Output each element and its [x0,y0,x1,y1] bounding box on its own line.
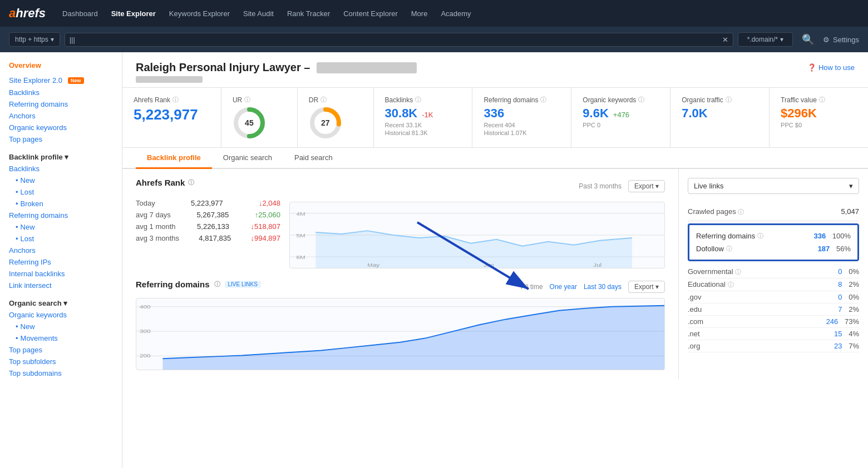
protocol-dropdown[interactable]: http + https ▾ [9,32,60,47]
search-bar: http + https ▾ ||| ✕ *.domain/* ▾ 🔍 ⚙ Se… [0,27,868,52]
nav-site-audit[interactable]: Site Audit [238,7,279,20]
sidebar-bl-backlinks[interactable]: Backlinks [0,163,122,175]
alltime-label: All time [521,283,542,291]
ahrefs-rank-section: Ahrefs Rank ⓘ Past 3 months Export ▾ [136,178,665,268]
info-icon-org-kw: ⓘ [638,96,644,104]
domain-row-edu: .edu 7 2% [688,303,859,316]
search-button[interactable]: 🔍 [797,31,818,48]
sidebar-top-pages[interactable]: Top pages [0,133,122,145]
domain-row-governmental: Governmental ⓘ 0 0% [688,266,859,278]
sidebar-internal-backlinks[interactable]: Internal backlinks [0,268,122,280]
info-icon-ref-domains: ⓘ [540,96,546,104]
rank-chart-wrap: 4M 5M 6M May Jun Jul [289,197,665,268]
sidebar-link-intersect[interactable]: Link intersect [0,280,122,291]
domain-row-com: .com 246 73% [688,316,859,328]
svg-text:400: 400 [140,303,151,310]
sidebar-ref-lost[interactable]: • Lost [0,233,122,245]
metric-dr: DR ⓘ 27 [298,88,374,147]
nav-keywords-explorer[interactable]: Keywords Explorer [164,7,235,20]
sidebar-backlink-profile[interactable]: Backlink profile ▾ [0,150,122,163]
nav-academy[interactable]: Academy [435,7,476,20]
live-links-badge: LIVE LINKS [225,281,261,288]
backlinks-value: 30.8K [385,106,418,121]
live-links-dropdown[interactable]: Live links ▾ [688,178,859,194]
sidebar-ref-new[interactable]: • New [0,221,122,233]
tabs-row: Backlink profile Organic search Paid sea… [122,148,868,169]
sidebar-referring-ips[interactable]: Referring IPs [0,256,122,268]
new-badge: New [68,77,84,84]
info-icon-traffic-val: ⓘ [819,96,825,104]
sidebar: Overview Site Explorer 2.0 New Backlinks… [0,52,122,468]
clear-icon[interactable]: ✕ [722,36,728,44]
dr-donut: 27 [309,106,342,140]
organic-traffic-value: 7.0K [682,106,758,121]
organic-kw-change: +476 [613,111,629,119]
chevron-down-icon: ▾ [849,182,853,190]
rank-row-3months: avg 3 months 4,817,835 ↓994,897 [136,232,280,244]
export-button[interactable]: Export ▾ [628,180,665,192]
sidebar-anchors2[interactable]: Anchors [0,245,122,256]
info-icon-crawled: ⓘ [738,208,744,215]
sidebar-bl-broken[interactable]: • Broken [0,198,122,210]
main-grid: Ahrefs Rank ⓘ Past 3 months Export ▾ [122,169,868,379]
ref-export-button[interactable]: Export ▾ [628,281,665,293]
mode-dropdown[interactable]: *.domain/* ▾ [738,32,793,47]
svg-marker-10 [315,231,632,268]
sidebar-organic-keywords[interactable]: Organic keywords [0,122,122,133]
last30-filter[interactable]: Last 30 days [584,283,622,291]
sidebar-top-subfolders[interactable]: Top subfolders [0,356,122,367]
svg-text:300: 300 [140,328,151,334]
page-url [136,75,855,83]
tab-backlink-profile[interactable]: Backlink profile [136,148,212,169]
nav-site-explorer[interactable]: Site Explorer [106,7,161,20]
ur-donut: 45 [233,106,266,140]
sidebar-top-pages2[interactable]: Top pages [0,344,122,356]
ref-domains-chart-section: Referring domains ⓘ LIVE LINKS All time … [136,280,665,370]
how-to-use[interactable]: ❓ How to use [807,63,855,72]
ref-domains-main-row: Referring domains ⓘ 336 100% [696,230,851,242]
content: Raleigh Personal Injury Lawyer – ❓ How t… [122,52,868,468]
one-year-filter[interactable]: One year [550,283,577,291]
sidebar-backlinks[interactable]: Backlinks [0,87,122,98]
settings-button[interactable]: ⚙ Settings [823,36,859,44]
metric-backlinks: Backlinks ⓘ 30.8K -1K Recent 33.1K Histo… [374,88,473,147]
svg-text:4M: 4M [297,210,305,216]
info-icon-backlinks: ⓘ [415,96,421,104]
sidebar-bl-lost[interactable]: • Lost [0,186,122,198]
sidebar-organic-search[interactable]: Organic search ▾ [0,296,122,309]
organic-kw-value: 9.6K [583,106,608,121]
backlinks-change: -1K [422,111,433,119]
sidebar-kw-movements[interactable]: • Movements [0,332,122,344]
metric-ahrefs-rank: Ahrefs Rank ⓘ 5,223,977 [122,88,221,147]
sidebar-bl-new[interactable]: • New [0,175,122,186]
search-input[interactable] [78,36,719,44]
sidebar-kw-new[interactable]: • New [0,321,122,332]
sidebar-organic-kw[interactable]: Organic keywords [0,309,122,321]
metric-referring-domains: Referring domains ⓘ 336 Recent 404 Histo… [472,88,571,147]
tab-paid-search[interactable]: Paid search [283,148,344,169]
ref-domains-count: 336 [813,232,826,240]
tab-organic-search[interactable]: Organic search [212,148,283,169]
sidebar-overview[interactable]: Overview [0,59,122,74]
sidebar-referring-domains[interactable]: Referring domains [0,98,122,110]
svg-text:May: May [367,262,380,268]
sidebar-ref-domains[interactable]: Referring domains [0,210,122,221]
sidebar-site-explorer[interactable]: Site Explorer 2.0 New [0,74,122,87]
svg-text:Jun: Jun [484,262,494,268]
rank-row-1month: avg 1 month 5,226,133 ↓518,807 [136,221,280,232]
search-input-wrap: ||| ✕ [65,33,733,47]
ref-domains-sub1: Recent 404 [484,122,560,128]
logo: ahrefs [9,6,46,21]
nav-more[interactable]: More [406,7,433,20]
bars-icon: ||| [70,36,75,44]
sidebar-anchors[interactable]: Anchors [0,110,122,122]
svg-text:Jul: Jul [593,262,601,268]
nav-rank-tracker[interactable]: Rank Tracker [282,7,336,20]
info-icon-dr: ⓘ [320,96,327,104]
info-icon-dofollow: ⓘ [726,245,732,253]
nav-dashboard[interactable]: Dashboard [57,7,103,20]
sidebar-top-subdomains[interactable]: Top subdomains [0,367,122,379]
svg-text:5M: 5M [297,232,305,238]
svg-text:6M: 6M [297,254,305,260]
nav-content-explorer[interactable]: Content Explorer [338,7,403,20]
